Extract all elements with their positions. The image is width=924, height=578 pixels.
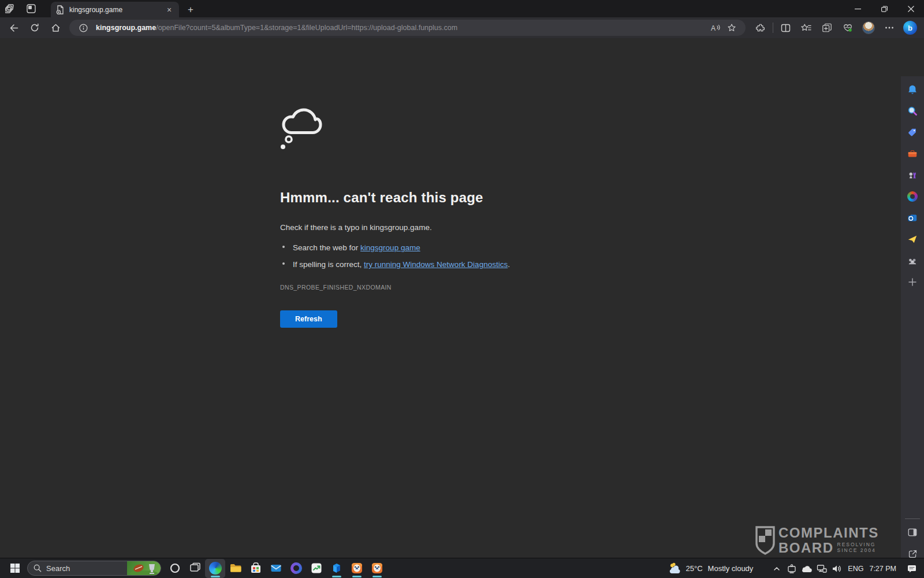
game-app-icon[interactable]: [367, 559, 387, 578]
shopping-tag-icon[interactable]: [906, 126, 919, 139]
edge-sidebar: [901, 76, 924, 578]
close-button[interactable]: [897, 0, 924, 17]
game-app-icon[interactable]: [346, 559, 367, 578]
bullet-dot: [282, 246, 285, 248]
broken-page-favicon: [55, 5, 65, 14]
read-aloud-icon[interactable]: A: [707, 21, 724, 35]
toggle-sidebar-icon[interactable]: [906, 526, 919, 539]
browser-titlebar: kingsgroup.game × +: [0, 0, 924, 17]
site-info-icon[interactable]: [75, 21, 91, 35]
watermark-line2: BOARD: [778, 541, 834, 555]
outlook-icon[interactable]: [906, 212, 919, 224]
workspaces-icon[interactable]: [0, 1, 21, 17]
bullet-dot: [282, 262, 285, 265]
search-web-link[interactable]: kingsgroup game: [360, 243, 420, 252]
complaintsboard-watermark: COMPLAINTS BOARD RESOLVING SINCE 2004: [755, 526, 879, 555]
watermark-tagline1: RESOLVING: [837, 542, 876, 548]
url-host: kingsgroup.game: [96, 24, 156, 32]
tab-close-icon[interactable]: ×: [164, 5, 174, 15]
copilot-taskbar-icon[interactable]: [165, 559, 185, 578]
sidebar-divider: [905, 518, 920, 519]
error-suggestions: Search the web for kingsgroup game If sp…: [280, 243, 684, 269]
extensions-icon[interactable]: [750, 19, 771, 36]
mail-icon[interactable]: [266, 559, 286, 578]
favorite-star-icon[interactable]: [724, 21, 740, 35]
browser-toolbar: kingsgroup.game/openFile?count=5&albumTy…: [0, 17, 924, 38]
volume-icon[interactable]: [830, 562, 843, 576]
start-button[interactable]: [5, 559, 25, 578]
search-placeholder: Search: [46, 564, 127, 573]
error-subtitle: Check if there is a typo in kingsgroup.g…: [280, 223, 684, 232]
address-bar[interactable]: kingsgroup.game/openFile?count=5&albumTy…: [69, 20, 746, 36]
stocks-app-icon[interactable]: [306, 559, 326, 578]
settings-more-icon[interactable]: [879, 19, 900, 36]
tools-toolbox-icon[interactable]: [906, 147, 919, 160]
complaintsboard-shield-icon: [755, 526, 775, 555]
suggestion-item: If spelling is correct, try running Wind…: [280, 260, 684, 269]
search-highlight-image[interactable]: [127, 561, 161, 576]
url-text: kingsgroup.game/openFile?count=5&albumTy…: [96, 24, 707, 32]
tray-cast-icon[interactable]: [785, 562, 798, 576]
error-title: Hmmm... can't reach this page: [280, 190, 684, 206]
search-rail-icon[interactable]: [906, 105, 919, 117]
browser-essentials-icon[interactable]: [837, 19, 858, 36]
blue-app-icon[interactable]: [326, 559, 346, 578]
clock[interactable]: 7:27 PM: [869, 565, 896, 573]
weather-widget[interactable]: 25°C Mostly cloudy: [667, 562, 754, 575]
notifications-bell-icon[interactable]: [906, 83, 919, 96]
search-icon: [33, 564, 42, 572]
copilot-icon[interactable]: b: [900, 19, 921, 36]
suggestion-text: If spelling is correct,: [293, 260, 362, 269]
restore-button[interactable]: [871, 0, 897, 17]
network-icon[interactable]: [815, 562, 828, 576]
minimize-button[interactable]: [844, 0, 871, 17]
microsoft365-app-icon[interactable]: [286, 559, 306, 578]
new-tab-button[interactable]: +: [184, 3, 198, 17]
tab-title: kingsgroup.game: [69, 6, 164, 14]
watermark-tagline2: SINCE 2004: [837, 547, 876, 554]
toolbar-divider: [773, 23, 773, 33]
browser-tab[interactable]: kingsgroup.game ×: [51, 2, 179, 17]
page-content: Hmmm... can't reach this page Check if t…: [0, 38, 924, 558]
profile-avatar[interactable]: [858, 19, 879, 36]
taskbar-search[interactable]: Search: [27, 561, 161, 576]
language-indicator[interactable]: ENG: [848, 565, 863, 573]
refresh-icon[interactable]: [24, 19, 45, 36]
weather-temp: 25°C: [686, 564, 703, 573]
refresh-button[interactable]: Refresh: [280, 310, 337, 328]
desktop: kingsgroup.game × + kingsgroup.game/open…: [0, 0, 924, 578]
file-explorer-icon[interactable]: [225, 559, 245, 578]
suggestion-text: Search the web for: [293, 243, 358, 252]
onedrive-icon[interactable]: [800, 562, 813, 576]
task-view-icon[interactable]: [185, 559, 205, 578]
suggestion-item: Search the web for kingsgroup game: [280, 243, 684, 252]
taskbar-right: 25°C Mostly cloudy ENG 7:27 PM: [667, 558, 924, 578]
community-icon[interactable]: [906, 254, 919, 267]
notification-center-icon[interactable]: [906, 562, 918, 576]
error-code: DNS_PROBE_FINISHED_NXDOMAIN: [280, 284, 684, 291]
paper-plane-icon[interactable]: [906, 233, 919, 246]
error-page: Hmmm... can't reach this page Check if t…: [280, 106, 684, 328]
sidebar-add-icon[interactable]: [906, 276, 919, 288]
games-icon[interactable]: [906, 169, 919, 181]
window-controls: [844, 0, 924, 17]
thought-cloud-icon: [280, 106, 326, 151]
weather-icon: [667, 562, 682, 575]
split-screen-icon[interactable]: [775, 19, 796, 36]
watermark-line1: COMPLAINTS: [778, 526, 879, 540]
microsoft365-icon[interactable]: [906, 190, 919, 203]
microsoft-store-icon[interactable]: [245, 559, 266, 578]
tray-chevron-icon[interactable]: [770, 562, 783, 576]
tab-actions-icon[interactable]: [21, 1, 42, 17]
back-icon[interactable]: [3, 19, 24, 36]
favorites-icon[interactable]: [796, 19, 817, 36]
url-path: /openFile?count=5&albumType=1&storage=1&…: [156, 24, 457, 32]
windows-taskbar: Search 25°C Mostly: [0, 558, 924, 578]
edge-taskbar-icon[interactable]: [205, 559, 225, 578]
home-icon[interactable]: [45, 19, 66, 36]
svg-text:A: A: [711, 24, 716, 32]
network-diagnostics-link[interactable]: try running Windows Network Diagnostics: [364, 260, 508, 269]
collections-icon[interactable]: [817, 19, 837, 36]
weather-condition: Mostly cloudy: [708, 564, 754, 573]
